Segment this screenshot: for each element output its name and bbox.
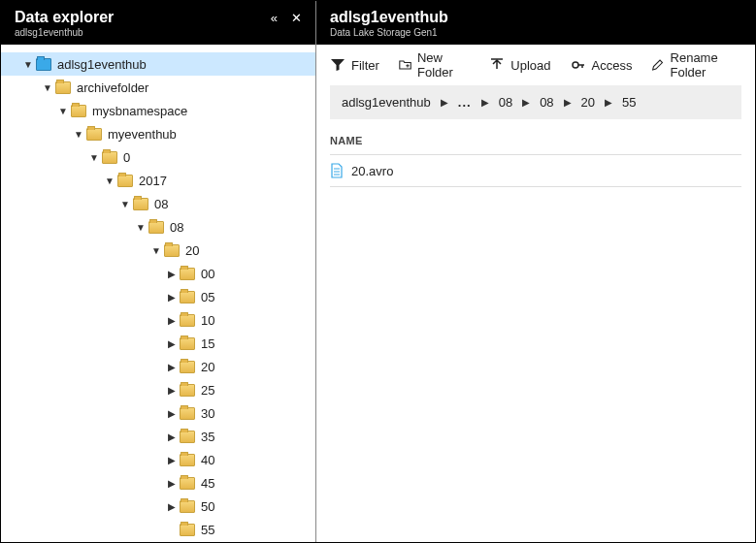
tree-node-label: 08 xyxy=(154,197,168,211)
access-button[interactable]: Access xyxy=(571,57,633,73)
caret-down-icon[interactable]: ▼ xyxy=(42,82,53,93)
chevron-right-icon: ▶ xyxy=(522,97,530,108)
tree-node[interactable]: ▶25 xyxy=(1,378,315,401)
caret-down-icon[interactable]: ▼ xyxy=(119,199,131,209)
caret-down-icon[interactable]: ▼ xyxy=(73,129,84,140)
folder-icon xyxy=(180,500,195,513)
folder-icon xyxy=(180,314,195,327)
folder-icon xyxy=(180,268,195,280)
tree-node-label: mysbnamespace xyxy=(92,104,187,118)
file-icon xyxy=(330,163,344,178)
tree-node-label: 08 xyxy=(170,220,183,235)
chevron-right-icon: ▶ xyxy=(564,97,572,108)
caret-right-icon[interactable]: ▶ xyxy=(166,408,178,419)
collapse-icon[interactable]: « xyxy=(271,11,278,25)
folder-icon xyxy=(180,454,195,466)
caret-right-icon[interactable]: ▶ xyxy=(166,455,178,465)
folder-icon xyxy=(86,128,102,141)
caret-right-icon[interactable]: ▶ xyxy=(166,478,178,489)
breadcrumb-part[interactable]: 20 xyxy=(581,95,595,110)
tree-node-label: 2017 xyxy=(139,174,167,188)
svg-point-0 xyxy=(573,62,578,68)
folder-icon xyxy=(164,244,180,257)
close-icon[interactable]: ✕ xyxy=(291,11,302,25)
left-panel-title: Data explorer xyxy=(15,9,114,26)
tree-node[interactable]: ▶20 xyxy=(1,355,315,378)
tree-node-label: 30 xyxy=(201,406,214,421)
tree-node-label: adlsg1eventhub xyxy=(57,57,147,72)
tree-node[interactable]: ▼ archivefolder xyxy=(1,76,315,99)
divider xyxy=(330,186,741,187)
upload-icon xyxy=(489,57,505,73)
caret-right-icon[interactable]: ▶ xyxy=(166,292,178,303)
caret-right-icon[interactable]: ▶ xyxy=(166,431,178,442)
folder-icon xyxy=(180,384,195,397)
folder-icon xyxy=(180,361,195,373)
tree-node[interactable]: ▶35 xyxy=(1,425,315,448)
folder-icon xyxy=(71,105,86,117)
new-folder-button[interactable]: New Folder xyxy=(399,50,470,80)
caret-right-icon[interactable]: ▶ xyxy=(166,501,178,512)
caret-down-icon[interactable]: ▼ xyxy=(104,176,115,186)
tree-node[interactable]: ▼ 08 xyxy=(1,215,315,239)
tree-node-label: 20 xyxy=(185,243,199,258)
tree-node[interactable]: ▶50 xyxy=(1,495,315,518)
caret-right-icon[interactable]: ▶ xyxy=(166,315,178,326)
rename-folder-button[interactable]: Rename Folder xyxy=(651,50,741,80)
caret-down-icon[interactable]: ▼ xyxy=(150,245,162,256)
folder-tree: ▼ adlsg1eventhub ▼ archivefolder ▼ mysbn… xyxy=(1,45,315,542)
tree-node[interactable]: ▼ myeventhub xyxy=(1,122,315,145)
caret-right-icon[interactable]: ▶ xyxy=(166,362,178,372)
toolbar-label: Upload xyxy=(510,58,550,73)
tree-node[interactable]: ▼ 20 xyxy=(1,239,315,262)
tree-node[interactable]: ▶10 xyxy=(1,308,315,332)
toolbar: Filter New Folder Upload Access Rename F… xyxy=(316,45,755,85)
breadcrumb-part[interactable]: 08 xyxy=(499,95,512,110)
tree-node-label: 35 xyxy=(201,430,214,444)
breadcrumb-part[interactable]: 55 xyxy=(622,95,636,110)
breadcrumb-part[interactable]: 08 xyxy=(540,95,553,110)
tree-node[interactable]: ▶00 xyxy=(1,262,315,285)
tree-node-root[interactable]: ▼ adlsg1eventhub xyxy=(1,52,315,76)
tree-node[interactable]: ▼ 0 xyxy=(1,145,315,169)
pencil-icon xyxy=(651,57,664,73)
storage-root-icon xyxy=(36,58,51,71)
toolbar-label: Rename Folder xyxy=(671,50,741,80)
caret-right-icon[interactable]: ▶ xyxy=(166,338,178,349)
tree-node-label: 40 xyxy=(201,453,214,467)
filter-icon xyxy=(330,57,345,73)
caret-right-icon[interactable]: ▶ xyxy=(166,269,178,279)
tree-node[interactable]: ▶15 xyxy=(1,332,315,355)
caret-right-icon[interactable]: ▶ xyxy=(166,385,178,396)
breadcrumb-overflow[interactable]: ... xyxy=(458,95,472,110)
tree-node-label: 25 xyxy=(201,383,214,398)
breadcrumb: adlsg1eventhub ▶ ... ▶ 08 ▶ 08 ▶ 20 ▶ 55 xyxy=(330,85,741,119)
toolbar-label: Access xyxy=(592,58,633,73)
upload-button[interactable]: Upload xyxy=(489,57,550,73)
caret-down-icon[interactable]: ▼ xyxy=(57,106,69,116)
caret-down-icon[interactable]: ▼ xyxy=(88,152,100,163)
tree-node[interactable]: ▼ mysbnamespace xyxy=(1,99,315,122)
tree-node[interactable]: ▼ 08 xyxy=(1,192,315,215)
folder-icon xyxy=(133,198,148,210)
tree-node[interactable]: ▶45 xyxy=(1,471,315,495)
file-row[interactable]: 20.avro xyxy=(316,155,755,186)
caret-down-icon[interactable]: ▼ xyxy=(135,222,147,233)
caret-down-icon[interactable]: ▼ xyxy=(22,59,34,70)
folder-icon xyxy=(180,524,195,536)
folder-icon xyxy=(117,175,133,187)
tree-node[interactable]: 55 xyxy=(1,518,315,541)
folder-icon xyxy=(180,431,195,443)
right-panel-title: adlsg1eventhub xyxy=(330,9,448,26)
tree-node[interactable]: ▶40 xyxy=(1,448,315,471)
filter-button[interactable]: Filter xyxy=(330,57,379,73)
tree-node-label: 20 xyxy=(201,360,214,374)
breadcrumb-root[interactable]: adlsg1eventhub xyxy=(342,95,431,110)
tree-node[interactable]: ▶05 xyxy=(1,285,315,308)
tree-node[interactable]: ▼ 2017 xyxy=(1,169,315,192)
tree-node[interactable]: ▶30 xyxy=(1,401,315,425)
chevron-right-icon: ▶ xyxy=(605,97,612,108)
tree-node-label: archivefolder xyxy=(77,80,148,95)
chevron-right-icon: ▶ xyxy=(441,97,448,108)
right-panel-subtitle: Data Lake Storage Gen1 xyxy=(330,27,448,38)
